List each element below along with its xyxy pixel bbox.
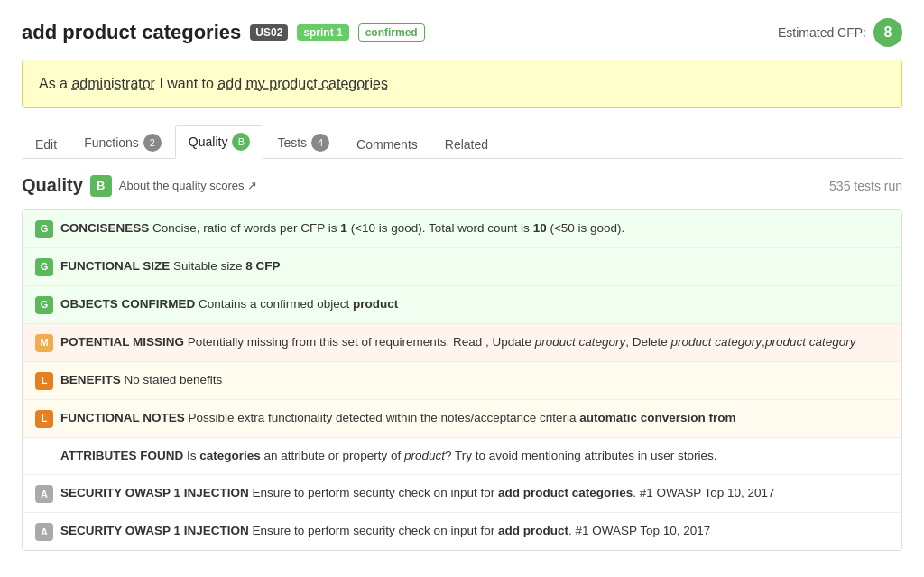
quality-title: Quality xyxy=(22,175,83,196)
quality-header-left: Quality B About the quality scores ↗ xyxy=(22,175,257,197)
item-content: SECURITY OWASP 1 INJECTION Ensure to per… xyxy=(60,522,710,541)
quality-list-item: ATTRIBUTES FOUND Is categories an attrib… xyxy=(23,438,901,476)
item-content: POTENTIAL MISSING Potentially missing fr… xyxy=(60,333,855,352)
item-text3: (<50 is good). xyxy=(547,221,625,235)
item-icon: G xyxy=(35,220,53,238)
item-icon: G xyxy=(35,296,53,314)
item-bold1: automatic conversion from xyxy=(579,411,735,424)
quality-items: GCONCISENESS Concise, ratio of words per… xyxy=(22,209,902,552)
item-label: ATTRIBUTES FOUND xyxy=(60,449,183,462)
header-right: Estimated CFP: 8 xyxy=(778,18,902,47)
story-prefix: As a xyxy=(39,76,71,91)
quality-list-item: LFUNCTIONAL NOTES Possible extra functio… xyxy=(23,400,901,438)
tab-functions[interactable]: Functions 2 xyxy=(70,126,175,159)
item-icon: L xyxy=(35,372,53,390)
tabs: Edit Functions 2 Quality B Tests 4 Comme… xyxy=(22,125,902,159)
item-label: SECURITY OWASP 1 INJECTION xyxy=(60,486,249,499)
tab-tests[interactable]: Tests 4 xyxy=(263,126,343,159)
quality-list-item: GCONCISENESS Concise, ratio of words per… xyxy=(23,210,901,248)
item-italic1: product xyxy=(404,449,445,462)
item-text-part: Potentially missing from this set of req… xyxy=(184,335,485,349)
tab-tests-count: 4 xyxy=(311,134,329,152)
item-text2: , Update xyxy=(485,335,535,349)
item-text2: . #1 OWASP Top 10, 2017 xyxy=(568,524,710,537)
quality-list-item: ASECURITY OWASP 1 INJECTION Ensure to pe… xyxy=(23,475,901,513)
tab-tests-label: Tests xyxy=(277,135,307,150)
header-row: add product categories US02 sprint 1 con… xyxy=(22,18,902,47)
item-label: SECURITY OWASP 1 INJECTION xyxy=(60,524,249,537)
item-bold2: 10 xyxy=(533,221,547,235)
quality-list-item: LBENEFITS No stated benefits xyxy=(23,362,901,400)
item-icon: G xyxy=(35,258,53,276)
quality-list-item: GOBJECTS CONFIRMED Contains a confirmed … xyxy=(23,286,901,324)
item-bold1: add product categories xyxy=(498,486,633,499)
item-content: FUNCTIONAL NOTES Possible extra function… xyxy=(60,409,736,428)
item-bold1: add product xyxy=(498,524,568,537)
item-text-part: Ensure to perform security check on inpu… xyxy=(249,486,498,499)
item-label: FUNCTIONAL NOTES xyxy=(60,411,185,424)
item-text-part: Contains a confirmed object xyxy=(195,297,353,311)
story-action[interactable]: add my product categories xyxy=(217,76,388,91)
item-text-part: Is xyxy=(183,449,199,462)
tab-quality-label: Quality xyxy=(189,135,228,149)
item-text-part: Concise, ratio of words per CFP is xyxy=(149,221,340,235)
tab-related[interactable]: Related xyxy=(431,129,502,159)
item-label: OBJECTS CONFIRMED xyxy=(60,297,195,311)
tab-functions-label: Functions xyxy=(84,135,139,150)
quality-list-item: GFUNCTIONAL SIZE Suitable size 8 CFP xyxy=(23,248,901,286)
item-content: FUNCTIONAL SIZE Suitable size 8 CFP xyxy=(60,257,281,276)
item-content: SECURITY OWASP 1 INJECTION Ensure to per… xyxy=(60,484,775,503)
tab-quality[interactable]: Quality B xyxy=(175,125,264,159)
item-label: POTENTIAL MISSING xyxy=(60,335,184,349)
item-icon: L xyxy=(35,410,53,428)
item-icon: A xyxy=(35,485,53,503)
item-content: ATTRIBUTES FOUND Is categories an attrib… xyxy=(60,447,717,466)
item-icon: A xyxy=(35,523,53,541)
item-italic2: product category xyxy=(671,335,762,349)
item-italic1: product category xyxy=(535,335,626,349)
item-text3: , Delete xyxy=(625,335,670,349)
tab-quality-count: B xyxy=(232,133,250,151)
item-bold1: 1 xyxy=(340,221,347,235)
item-label: CONCISENESS xyxy=(60,221,149,235)
item-content: CONCISENESS Concise, ratio of words per … xyxy=(60,219,624,238)
item-content: BENEFITS No stated benefits xyxy=(60,371,222,390)
item-bold1: product xyxy=(353,297,398,311)
item-label: FUNCTIONAL SIZE xyxy=(60,259,170,273)
tab-functions-count: 2 xyxy=(143,134,162,152)
story-middle: I want to xyxy=(155,76,217,91)
item-text3: ? Try to avoid mentioning attributes in … xyxy=(445,449,717,462)
confirmed-badge: confirmed xyxy=(358,23,425,42)
item-text2: . #1 OWASP Top 10, 2017 xyxy=(633,486,774,499)
page-title: add product categories xyxy=(22,21,241,44)
item-label: BENEFITS xyxy=(60,373,121,386)
item-text-part: No stated benefits xyxy=(121,373,223,386)
tab-comments[interactable]: Comments xyxy=(343,129,431,159)
quality-header: Quality B About the quality scores ↗ 535… xyxy=(22,175,902,197)
quality-list-item: MPOTENTIAL MISSING Potentially missing f… xyxy=(23,324,901,362)
item-text2: (<10 is good). Total word count is xyxy=(347,221,533,235)
item-icon: M xyxy=(35,334,53,352)
quality-badge: B xyxy=(90,175,112,197)
tests-run: 535 tests run xyxy=(829,179,902,193)
quality-list-item: ASECURITY OWASP 1 INJECTION Ensure to pe… xyxy=(23,513,901,550)
header-left: add product categories US02 sprint 1 con… xyxy=(22,21,425,44)
page: add product categories US02 sprint 1 con… xyxy=(0,0,924,577)
item-text-part: Ensure to perform security check on inpu… xyxy=(249,524,498,537)
item-text-part: Possible extra functionality detected wi… xyxy=(185,411,580,424)
estimated-label: Estimated CFP: xyxy=(778,25,866,40)
item-content: OBJECTS CONFIRMED Contains a confirmed o… xyxy=(60,295,398,314)
tab-edit[interactable]: Edit xyxy=(22,129,70,159)
us-badge: US02 xyxy=(250,24,288,41)
story-actor[interactable]: administrator xyxy=(71,76,154,91)
about-quality-link[interactable]: About the quality scores ↗ xyxy=(119,179,257,192)
item-bold1: categories xyxy=(199,449,261,462)
story-banner: As a administrator I want to add my prod… xyxy=(22,60,902,108)
item-text2: an attribute or property of xyxy=(261,449,404,462)
item-text-part: Suitable size xyxy=(170,259,245,273)
sprint-badge: sprint 1 xyxy=(297,24,348,41)
cfp-circle: 8 xyxy=(873,18,902,47)
item-italic3: product category xyxy=(765,335,856,349)
item-bold1: 8 CFP xyxy=(245,259,280,273)
